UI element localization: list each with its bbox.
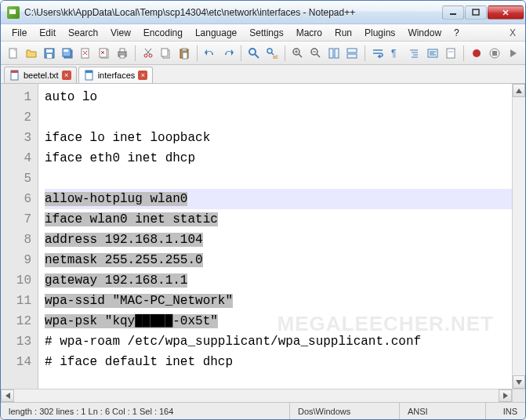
code-line[interactable]: gateway 192.168.1.1 xyxy=(45,270,519,291)
save-all-button[interactable] xyxy=(60,45,75,62)
code-line[interactable]: address 192.168.1.104 xyxy=(45,230,519,250)
line-number: 10 xyxy=(4,270,31,291)
svg-rect-10 xyxy=(63,49,68,52)
horizontal-scrollbar[interactable] xyxy=(1,389,525,402)
window-title: C:\Users\kk\AppData\Local\Temp\scp14304\… xyxy=(24,7,442,18)
toolbar-separator xyxy=(365,45,365,61)
svg-rect-6 xyxy=(46,49,53,52)
menubar: File Edit Search View Encoding Language … xyxy=(1,24,525,42)
menu-file[interactable]: File xyxy=(5,26,33,40)
scroll-track[interactable] xyxy=(513,97,525,375)
cut-button[interactable] xyxy=(140,45,156,62)
code-line[interactable]: # wpa-roam /etc/wpa_supplicant/wpa_suppl… xyxy=(45,331,519,352)
maximize-button[interactable] xyxy=(465,5,487,20)
menu-language[interactable]: Language xyxy=(189,26,243,40)
menu-macro[interactable]: Macro xyxy=(290,26,328,40)
redo-button[interactable] xyxy=(220,45,236,62)
line-number: 2 xyxy=(4,107,31,128)
undo-button[interactable] xyxy=(202,45,218,62)
close-button[interactable] xyxy=(488,5,524,20)
code-line[interactable]: netmask 255.255.255.0 xyxy=(45,250,519,270)
menu-run[interactable]: Run xyxy=(328,26,358,40)
menu-encoding[interactable]: Encoding xyxy=(137,26,189,40)
code-line[interactable]: auto lo xyxy=(45,87,519,107)
scroll-up-arrow-icon[interactable] xyxy=(513,84,525,97)
editor-area[interactable]: 1234567891011121314 auto loiface lo inet… xyxy=(1,84,525,389)
svg-rect-57 xyxy=(448,51,453,52)
tab-interfaces[interactable]: interfaces × xyxy=(78,67,154,83)
code-line[interactable]: # iface default inet dhcp xyxy=(45,352,519,372)
scroll-left-arrow-icon[interactable] xyxy=(1,389,14,402)
toolbar-separator xyxy=(285,45,285,61)
macro-play-button[interactable] xyxy=(505,45,521,62)
line-number: 13 xyxy=(4,331,31,352)
sync-vscroll-button[interactable] xyxy=(326,45,342,62)
sync-hscroll-button[interactable] xyxy=(344,45,360,62)
svg-rect-43 xyxy=(335,49,339,58)
svg-rect-28 xyxy=(182,49,187,51)
indent-guide-button[interactable] xyxy=(406,45,422,62)
paste-button[interactable] xyxy=(176,45,192,62)
line-number: 9 xyxy=(4,250,31,270)
close-file-button[interactable] xyxy=(78,45,93,62)
zoom-in-button[interactable] xyxy=(290,45,306,62)
svg-rect-42 xyxy=(329,49,333,58)
word-wrap-button[interactable] xyxy=(370,45,386,62)
svg-rect-7 xyxy=(47,54,52,58)
open-file-button[interactable] xyxy=(24,45,39,62)
replace-button[interactable]: ab xyxy=(264,45,280,62)
code-line[interactable]: wpa-ssid "MAC-PC_Network" xyxy=(45,291,519,311)
file-icon xyxy=(9,70,20,81)
user-lang-button[interactable] xyxy=(425,45,441,62)
macro-record-button[interactable] xyxy=(469,45,484,62)
new-file-button[interactable] xyxy=(5,45,21,62)
svg-line-31 xyxy=(255,54,259,58)
code-line[interactable]: iface wlan0 inet static xyxy=(45,209,519,230)
menubar-close-button[interactable]: X xyxy=(505,26,521,40)
tab-close-icon[interactable]: × xyxy=(62,71,71,80)
tab-beetel[interactable]: beetel.txt × xyxy=(4,67,77,83)
code-area[interactable]: auto loiface lo inet loopbackiface eth0 … xyxy=(38,84,525,389)
menu-edit[interactable]: Edit xyxy=(33,26,62,40)
code-line[interactable]: iface lo inet loopback xyxy=(45,128,519,148)
macro-stop-button[interactable] xyxy=(487,45,502,62)
find-button[interactable] xyxy=(246,45,262,62)
scroll-down-arrow-icon[interactable] xyxy=(513,375,525,389)
doc-map-button[interactable] xyxy=(443,45,459,62)
menu-search[interactable]: Search xyxy=(62,26,104,40)
scrollbar-corner xyxy=(512,389,525,402)
close-all-button[interactable] xyxy=(96,45,111,62)
line-number: 11 xyxy=(4,291,31,311)
line-number: 14 xyxy=(4,352,31,372)
svg-text:ab: ab xyxy=(273,54,278,60)
print-button[interactable] xyxy=(114,45,130,62)
menu-settings[interactable]: Settings xyxy=(243,26,289,40)
menu-window[interactable]: Window xyxy=(401,26,448,40)
code-line[interactable]: allow-hotplug wlan0 xyxy=(45,189,519,209)
zoom-out-button[interactable] xyxy=(308,45,324,62)
titlebar[interactable]: C:\Users\kk\AppData\Local\Temp\scp14304\… xyxy=(1,1,525,24)
code-line[interactable]: iface eth0 inet dhcp xyxy=(45,148,519,168)
toolbar-separator xyxy=(135,45,136,61)
code-line[interactable] xyxy=(45,107,519,128)
code-line[interactable]: wpa-psk "kqy█████-0x5t" xyxy=(45,311,519,331)
tab-close-icon[interactable]: × xyxy=(138,71,147,80)
menu-plugins[interactable]: Plugins xyxy=(358,26,401,40)
menu-view[interactable]: View xyxy=(104,26,137,40)
menu-help[interactable]: ? xyxy=(448,26,466,40)
svg-point-58 xyxy=(473,49,481,57)
vertical-scrollbar[interactable] xyxy=(512,84,525,389)
line-number: 3 xyxy=(4,128,31,148)
minimize-button[interactable] xyxy=(442,5,464,20)
save-button[interactable] xyxy=(42,45,57,62)
app-window: C:\Users\kk\AppData\Local\Temp\scp14304\… xyxy=(0,0,526,420)
tab-label: interfaces xyxy=(98,71,136,80)
tab-label: beetel.txt xyxy=(24,71,59,80)
scroll-right-arrow-icon[interactable] xyxy=(499,389,512,402)
copy-button[interactable] xyxy=(158,45,174,62)
svg-rect-19 xyxy=(120,49,125,52)
scroll-track[interactable] xyxy=(14,389,499,402)
code-line[interactable] xyxy=(45,168,519,189)
svg-rect-44 xyxy=(347,49,357,52)
show-all-chars-button[interactable]: ¶ xyxy=(388,45,404,62)
